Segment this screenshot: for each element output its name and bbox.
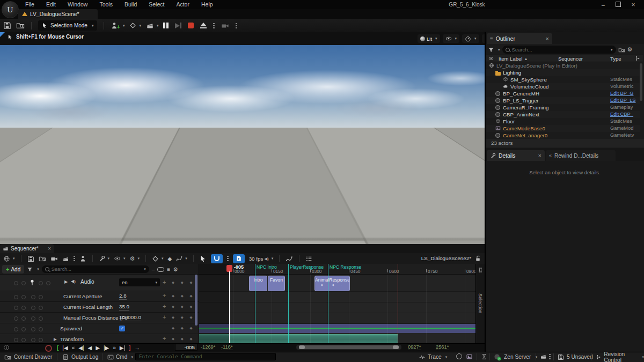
- close-button[interactable]: ×: [626, 1, 641, 9]
- outliner-row[interactable]: LV_DialogueScene (Play In Editor): [486, 62, 640, 69]
- playhead-snap-button[interactable]: [233, 254, 245, 263]
- level-tab[interactable]: LV_DialogueScene*: [18, 9, 98, 19]
- pin-icon[interactable]: [29, 279, 35, 286]
- curve-editor-button[interactable]: [286, 255, 293, 262]
- content-browser-button[interactable]: [16, 21, 25, 29]
- timeline[interactable]: 0000015003000450060007500900IntroFavoriA…: [199, 264, 475, 343]
- details-tab[interactable]: Details ×: [487, 150, 545, 161]
- jump-forward-button[interactable]: »: [113, 345, 116, 351]
- dd-options-dots-icon[interactable]: [549, 353, 551, 360]
- menu-window[interactable]: Window: [62, 0, 93, 9]
- add-key-button[interactable]: +: [163, 314, 166, 320]
- track-state-icon[interactable]: [39, 338, 43, 342]
- playhead-line[interactable]: [229, 271, 230, 343]
- derived-data-icon[interactable]: [540, 353, 547, 360]
- close-icon[interactable]: ×: [48, 246, 51, 252]
- track-value[interactable]: 100000.0: [119, 314, 141, 321]
- spawned-checkbox[interactable]: ✓: [119, 326, 125, 331]
- show-flags-dropdown[interactable]: ▾: [443, 34, 460, 43]
- screenshot-icon[interactable]: [466, 353, 473, 360]
- keyframe-nav[interactable]: ◆ ◆ ◆: [172, 326, 195, 330]
- lock-open-icon[interactable]: [474, 255, 481, 262]
- outliner-row[interactable]: FloorStaticMes: [486, 118, 640, 125]
- track-state-icon[interactable]: [39, 327, 43, 331]
- hscroll-left-cap[interactable]: [299, 345, 305, 349]
- play-button[interactable]: ▶: [96, 345, 100, 351]
- outliner-settings-gear-icon[interactable]: ⚙: [627, 46, 633, 53]
- outliner-row[interactable]: Lighting: [486, 69, 640, 76]
- seq-tools-dropdown[interactable]: ▾: [99, 255, 110, 262]
- camera-shot-button[interactable]: [221, 21, 229, 29]
- sequence-name-label[interactable]: LS_DialogueScene2*: [399, 255, 471, 261]
- menu-file[interactable]: File: [19, 0, 40, 9]
- keyframe-nav[interactable]: ◆ ◆ ◆: [172, 294, 195, 298]
- expand-icon[interactable]: ▶: [54, 337, 57, 342]
- jump-back-button[interactable]: «: [72, 345, 75, 351]
- collapse-icon[interactable]: –: [152, 267, 155, 272]
- track-row[interactable]: ▶Transform+◆ ◆ ◆: [0, 334, 199, 343]
- playback-start-field[interactable]: -1269*: [201, 344, 215, 350]
- audio-language-dropdown[interactable]: en ▾: [119, 278, 160, 286]
- outliner-item-type[interactable]: Edit BP_LS: [610, 97, 640, 104]
- audio-clip[interactable]: Intro: [249, 276, 267, 291]
- viewport[interactable]: Shift+F1 for Mouse Cursor Lit ▾ ▾ ▾ ⚙▾: [0, 32, 485, 244]
- info-icon[interactable]: [3, 344, 10, 351]
- step-back-button[interactable]: ◀|: [78, 345, 84, 351]
- column-item-label[interactable]: Item Label: [499, 56, 522, 62]
- outliner-row[interactable]: GameModeBase0GameMod: [486, 125, 640, 132]
- marker-line[interactable]: [288, 264, 289, 343]
- snap-options-dots-icon[interactable]: [227, 255, 229, 262]
- fps-dropdown[interactable]: 30 fps ◀) ▾: [249, 256, 273, 262]
- seq-browse-button[interactable]: [39, 255, 46, 262]
- track-state-icon[interactable]: [14, 327, 18, 331]
- track-value[interactable]: 35.0: [119, 304, 129, 311]
- track-state-icon[interactable]: [31, 295, 35, 299]
- outliner-row[interactable]: CBP_AnimNextEdit CBP_: [486, 111, 640, 118]
- timeline-marker-label[interactable]: NPC Response: [330, 264, 361, 270]
- selection-strip[interactable]: Selection: [475, 264, 485, 343]
- seq-view-dropdown[interactable]: ▾: [114, 255, 126, 262]
- timeline-marker-label[interactable]: NPC Intro: [257, 264, 277, 270]
- seq-playback-dropdown[interactable]: ⚙▾: [130, 255, 140, 262]
- menu-select[interactable]: Select: [143, 0, 170, 9]
- unsaved-button[interactable]: 5 Unsaved: [558, 353, 593, 361]
- stop-button[interactable]: [188, 23, 194, 28]
- create-folder-button[interactable]: [618, 46, 625, 53]
- playback-end-field[interactable]: 2561*: [436, 344, 449, 350]
- playback-out-field[interactable]: 0927*: [408, 344, 421, 350]
- zen-server-dropdown[interactable]: Zen Server ▾: [494, 353, 537, 361]
- expand-icon[interactable]: ▶: [64, 279, 68, 284]
- marker-line[interactable]: [255, 264, 255, 343]
- snap-magnet-button[interactable]: [211, 254, 223, 263]
- track-state-icon[interactable]: [14, 306, 18, 310]
- keyframe-nav[interactable]: ◆ ◆ ◆: [172, 305, 195, 309]
- viewport-scene[interactable]: Trigger Level Sequence: [0, 45, 485, 244]
- hierarchy-icon[interactable]: [635, 56, 640, 61]
- rewind-details-tab[interactable]: « Rewind D...Details: [546, 150, 616, 161]
- track-search-input[interactable]: Search... ▾: [42, 265, 149, 273]
- add-actor-button[interactable]: +▾: [111, 21, 125, 30]
- output-log-button[interactable]: Output Log: [62, 353, 98, 361]
- view-mode-dropdown[interactable]: Lit ▾: [418, 34, 440, 43]
- selection-mode-dropdown[interactable]: Selection Mode ▾: [38, 20, 97, 31]
- close-icon[interactable]: ×: [546, 35, 549, 42]
- retime-button[interactable]: [200, 255, 207, 262]
- track-state-icon[interactable]: [31, 327, 35, 331]
- step-forward-button[interactable]: |▶: [104, 345, 109, 351]
- track-state-icon[interactable]: [14, 316, 18, 321]
- loop-arrow-button[interactable]: →: [134, 345, 140, 351]
- track-row[interactable]: Current Focal Length35.0+◆ ◆ ◆: [0, 302, 199, 313]
- outliner-row[interactable]: BP_LS_TriggerEdit BP_LS: [486, 97, 640, 104]
- audio-clip[interactable]: AnimalResponse◆ · ◆ ··: [314, 276, 350, 291]
- eject-button[interactable]: [200, 23, 207, 28]
- track-row[interactable]: Spawned✓◆ ◆ ◆: [0, 323, 199, 334]
- add-section-button[interactable]: +: [163, 279, 166, 285]
- add-key-button[interactable]: +: [163, 335, 166, 342]
- edit-mode-dropdown[interactable]: ▾: [176, 255, 187, 262]
- timeline-marker-label[interactable]: PlayerResponse: [290, 264, 324, 270]
- console-input[interactable]: Enter Console Command: [135, 353, 276, 360]
- autokey-diamond-icon[interactable]: ◆: [167, 256, 172, 262]
- save-button[interactable]: [3, 21, 11, 29]
- track-row[interactable]: Manual Focus Distance (Fo100000.0+◆ ◆ ◆: [0, 313, 199, 323]
- playback-in-field[interactable]: -116*: [221, 344, 233, 350]
